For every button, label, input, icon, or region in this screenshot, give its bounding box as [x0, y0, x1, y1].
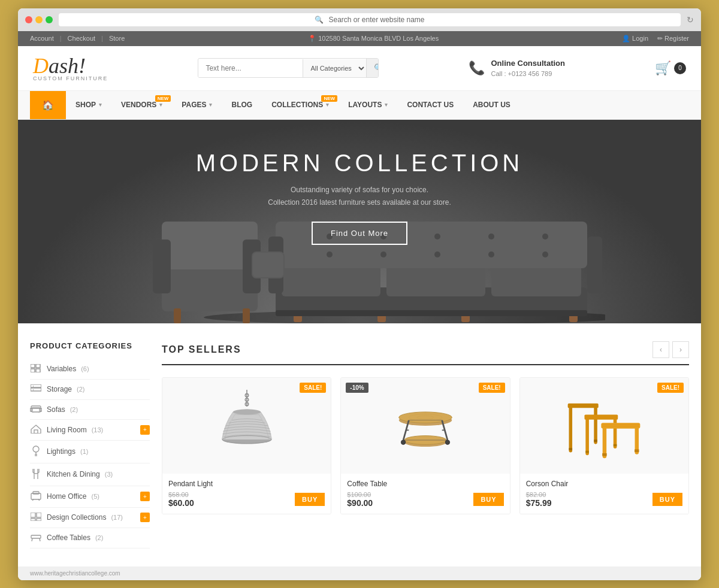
- sale-badge: SALE!: [657, 383, 684, 393]
- product-pricing: $68.00 $60.00 BUY: [168, 491, 325, 508]
- discount-badge: -10%: [346, 383, 368, 393]
- top-bar-right: 👤 Login ✏ Register: [622, 35, 689, 43]
- office-icon: [30, 491, 42, 502]
- svg-point-21: [488, 251, 494, 257]
- cat-name: Design Collections: [47, 513, 106, 522]
- search-input[interactable]: [198, 59, 303, 77]
- variables-icon: [30, 364, 42, 374]
- chevron-down-icon: ▾: [159, 102, 162, 108]
- site-header: Dash! CUSTOM FURNITURE All Categories 🔍 …: [18, 46, 701, 91]
- category-dropdown[interactable]: All Categories: [303, 59, 366, 77]
- product-grid: SALE!: [162, 377, 689, 514]
- main-content: PRODUCT CATEGORIES Variables (6) Storage…: [18, 323, 701, 566]
- cat-count: (13): [92, 426, 104, 434]
- category-item-home-office[interactable]: Home Office (5) +: [30, 486, 150, 508]
- cat-name: Sofas: [47, 405, 65, 414]
- cat-name: Living Room: [47, 426, 87, 434]
- cat-name: Coffee Tables: [47, 534, 90, 542]
- store-link[interactable]: Store: [109, 35, 125, 42]
- nav-item-vendors[interactable]: NEW VENDORS ▾: [111, 92, 172, 117]
- buy-button-corson-chair[interactable]: BUY: [652, 493, 682, 506]
- refresh-button[interactable]: ↻: [687, 15, 694, 25]
- minimize-dot[interactable]: [35, 16, 43, 23]
- sale-badge: SALE!: [479, 383, 505, 393]
- sofa-icon: [30, 405, 42, 414]
- product-name: Coffee Table: [347, 480, 503, 488]
- hero-banner: MODERN COLLECTION Outstanding variety of…: [18, 120, 701, 323]
- register-link[interactable]: ✏ Register: [657, 35, 689, 43]
- category-item-design[interactable]: Design Collections (17) +: [30, 508, 150, 528]
- svg-rect-93: [585, 414, 618, 419]
- svg-rect-5: [174, 308, 181, 323]
- products-header: TOP SELLERS ‹ ›: [162, 341, 689, 365]
- old-price: $82.00: [526, 491, 552, 498]
- svg-point-22: [542, 251, 548, 257]
- svg-rect-11: [491, 263, 581, 296]
- products-area: TOP SELLERS ‹ › SALE!: [162, 341, 689, 548]
- plus-icon[interactable]: +: [140, 513, 150, 522]
- close-dot[interactable]: [25, 16, 32, 23]
- category-item-coffee-tables[interactable]: Coffee Tables (2): [30, 528, 150, 548]
- category-item-living-room[interactable]: Living Room (13) +: [30, 420, 150, 441]
- logo-text: Dash!: [33, 55, 108, 77]
- storage-icon: [30, 384, 42, 395]
- svg-rect-29: [276, 310, 587, 316]
- nav-item-collections[interactable]: NEW COLLECTIONS ▾: [262, 92, 339, 117]
- buy-button-coffee-table[interactable]: BUY: [473, 493, 503, 506]
- cat-count: (1): [80, 448, 88, 455]
- plus-icon[interactable]: +: [140, 492, 150, 501]
- browser-chrome: 🔍 Search or enter website name ↻: [18, 8, 701, 31]
- checkout-link[interactable]: Checkout: [68, 35, 95, 42]
- logo-area[interactable]: Dash! CUSTOM FURNITURE: [33, 55, 108, 81]
- svg-rect-35: [36, 369, 40, 372]
- cat-count: (2): [70, 406, 78, 413]
- svg-rect-62: [31, 519, 35, 521]
- nav-item-blog[interactable]: BLOG: [222, 92, 262, 117]
- plus-icon[interactable]: +: [140, 425, 150, 435]
- cat-count: (2): [77, 386, 84, 393]
- nav-item-layouts[interactable]: LAYOUTS ▾: [339, 92, 397, 117]
- carousel-prev-button[interactable]: ‹: [652, 341, 669, 358]
- pencil-icon: ✏: [657, 35, 663, 43]
- svg-rect-47: [34, 430, 38, 434]
- nav-item-about[interactable]: ABOUT US: [463, 92, 520, 117]
- nav-item-shop[interactable]: SHOP ▾: [66, 92, 111, 117]
- product-name: Pendant Light: [168, 480, 325, 488]
- address-bar[interactable]: 🔍 Search or enter website name: [59, 13, 681, 26]
- account-link[interactable]: Account: [30, 35, 54, 42]
- chevron-down-icon: ▾: [385, 102, 388, 108]
- svg-rect-43: [31, 406, 41, 408]
- svg-point-20: [434, 251, 440, 257]
- svg-rect-64: [31, 535, 41, 538]
- cat-count: (3): [105, 471, 113, 478]
- category-item-kitchen[interactable]: Kitchen & Dining (3): [30, 463, 150, 486]
- svg-line-65: [32, 538, 32, 541]
- product-info-coffee-table: Coffee Table $100.00 $90.00 BUY: [341, 474, 509, 514]
- login-link[interactable]: 👤 Login: [622, 35, 648, 43]
- carousel-next-button[interactable]: ›: [672, 341, 689, 358]
- maximize-dot[interactable]: [46, 16, 53, 23]
- nav-home-button[interactable]: 🏠: [30, 91, 66, 119]
- hero-cta-button[interactable]: Find Out More: [312, 222, 407, 245]
- category-item-storage[interactable]: Storage (2): [30, 380, 150, 400]
- buy-button-pendant[interactable]: BUY: [295, 493, 325, 506]
- svg-point-17: [542, 234, 548, 240]
- cart-area[interactable]: 🛒 0: [655, 60, 686, 76]
- footer-url: www.heritagechristiancollege.com: [30, 570, 120, 577]
- search-button[interactable]: 🔍: [366, 59, 379, 77]
- search-area: All Categories 🔍: [198, 58, 379, 78]
- user-icon: 👤: [622, 35, 630, 43]
- category-item-lightings[interactable]: Lightings (1): [30, 441, 150, 463]
- price-group: $100.00 $90.00: [347, 491, 373, 508]
- category-item-variables[interactable]: Variables (6): [30, 359, 150, 380]
- lighting-icon: [30, 445, 42, 458]
- product-image-coffee-table: -10% SALE!: [341, 378, 509, 474]
- svg-point-18: [327, 251, 333, 257]
- vendors-badge: NEW: [155, 95, 171, 102]
- nav-item-pages[interactable]: PAGES ▾: [172, 92, 222, 117]
- category-item-sofas[interactable]: Sofas (2): [30, 400, 150, 420]
- nav-item-contact[interactable]: CONTACT US: [397, 92, 463, 117]
- svg-rect-61: [37, 513, 41, 517]
- price-group: $82.00 $75.99: [526, 491, 552, 508]
- collections-badge: NEW: [321, 95, 337, 102]
